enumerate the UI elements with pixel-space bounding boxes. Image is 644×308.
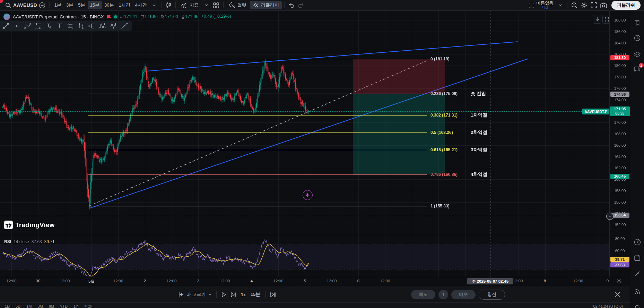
layout-chevron-icon[interactable]: [556, 1, 565, 9]
indicators-chevron-icon[interactable]: [202, 1, 211, 9]
timeframe-chevron-icon[interactable]: [150, 1, 159, 9]
layers-icon[interactable]: [633, 50, 642, 59]
range-button-5D[interactable]: 5D: [16, 304, 20, 308]
short-position-stop-box[interactable]: [353, 59, 445, 94]
fib-level-line-1[interactable]: [88, 206, 427, 206]
scanner-radar-icon[interactable]: [633, 238, 642, 246]
fib-retracement-tool-icon[interactable]: [34, 22, 43, 30]
maximize-pane-button[interactable]: [602, 15, 609, 24]
price-range-tool-icon[interactable]: [66, 22, 75, 30]
annotation-text-3[interactable]: 2차익절: [471, 129, 487, 136]
fib-level-line-0.382[interactable]: [88, 115, 427, 116]
date-range-tool-icon[interactable]: [77, 22, 86, 30]
fib-level-line-0.236[interactable]: [88, 94, 427, 94]
watchlist-icon[interactable]: [633, 19, 642, 28]
time-tick: 2: [144, 279, 146, 283]
close-position-button[interactable]: 청산: [479, 290, 505, 300]
publish-button[interactable]: 퍼블리쉬: [611, 1, 641, 10]
timeframe-1시간[interactable]: 1시간: [116, 1, 132, 9]
tradingview-logo[interactable]: TradingView: [4, 221, 55, 229]
scroll-down-button[interactable]: [593, 15, 601, 24]
fib-level-line-0[interactable]: [88, 59, 427, 59]
chat-icon[interactable]: 2: [633, 65, 642, 74]
replay-interval-button[interactable]: 15분: [251, 291, 260, 298]
jump-to-realtime-button[interactable]: [270, 292, 276, 297]
close-replay-icon[interactable]: [613, 290, 621, 299]
redo-icon[interactable]: [297, 1, 306, 9]
range-button-전체[interactable]: 전체: [84, 304, 92, 308]
range-button-6M[interactable]: 6M: [49, 304, 54, 308]
flag-icon[interactable]: [107, 15, 111, 19]
range-button-3M[interactable]: 3M: [37, 304, 43, 308]
horizontal-line-tool-icon[interactable]: [12, 22, 21, 30]
clock-label[interactable]: 02:41:24 (UTC-0): [593, 304, 623, 308]
object-tree-icon[interactable]: [633, 270, 642, 278]
cypher-pattern-tool-icon[interactable]: c: [109, 22, 118, 30]
replay-play-button[interactable]: [221, 292, 226, 297]
annotation-text-1[interactable]: 숏 진입: [471, 91, 486, 97]
text-tool-icon[interactable]: [55, 22, 64, 30]
timeframe-15분[interactable]: 15분: [88, 1, 102, 9]
price-chart-canvas[interactable]: [0, 11, 609, 277]
indicators-button[interactable]: 지표: [178, 1, 201, 9]
timeframe-1분[interactable]: 1분: [52, 1, 64, 9]
symbol-search-button[interactable]: AAVEUSD: [13, 2, 37, 8]
save-label[interactable]: 저장: [541, 5, 548, 9]
anchored-text-tool-icon[interactable]: [44, 22, 53, 30]
range-button-1Y[interactable]: 1Y: [73, 304, 78, 308]
range-button-1D[interactable]: 1D: [5, 304, 10, 308]
add-alert-plus-icon[interactable]: +: [606, 213, 613, 220]
time-axis[interactable]: 12:003012:005월12:00212:00312:00412:00512…: [0, 277, 630, 286]
rsi-value-label: 37.63: [610, 262, 629, 267]
undo-icon[interactable]: [287, 1, 296, 9]
settings-gear-icon[interactable]: [580, 1, 589, 9]
quantity-button[interactable]: 1: [438, 290, 448, 299]
notifications-bell-icon[interactable]: [633, 303, 642, 308]
timeframe-3분[interactable]: 3분: [64, 1, 76, 9]
fib-level-line-0.5[interactable]: [88, 132, 427, 133]
layout-checkbox[interactable]: [529, 3, 534, 8]
range-button-YTD[interactable]: YTD: [60, 304, 68, 308]
parallel-channel-tool-icon[interactable]: [120, 22, 129, 30]
step-forward-button[interactable]: [231, 292, 236, 297]
replay-button[interactable]: 리플레이: [250, 1, 282, 9]
replay-speed-button[interactable]: 1x: [241, 292, 246, 297]
trend-line-tool-icon[interactable]: [1, 22, 10, 30]
timeframe-5분[interactable]: 5분: [76, 1, 87, 9]
layout-name-button[interactable]: 이름없음 저장: [535, 1, 555, 9]
annotation-text-2[interactable]: 1차익절: [471, 112, 487, 118]
annotation-text-5[interactable]: 4차익절: [471, 171, 487, 178]
quick-search-icon[interactable]: [570, 1, 579, 9]
xabcd-pattern-tool-icon[interactable]: [98, 22, 107, 30]
annotation-text-4[interactable]: 3차익절: [471, 147, 487, 153]
timeframe-4시간[interactable]: 4시간: [133, 1, 149, 9]
streams-icon[interactable]: [633, 287, 642, 296]
rsi-legend[interactable]: RSI 14 close 37.63 39.71: [4, 239, 55, 244]
compare-add-icon[interactable]: [38, 1, 47, 9]
sell-button[interactable]: 매도: [411, 290, 435, 299]
fib-level-line-0.786[interactable]: [88, 174, 427, 175]
polyline-tool-icon[interactable]: [23, 22, 32, 30]
chart-style-candles-icon[interactable]: [164, 1, 173, 9]
replay-label: 리플레이: [261, 2, 279, 8]
market-status-dot[interactable]: [114, 15, 117, 18]
layout-grid-icon[interactable]: [212, 1, 221, 9]
snapshot-camera-icon[interactable]: [599, 1, 608, 9]
symbol-title[interactable]: AAVE/USDT Perpetual Contract · 15 · BING…: [13, 14, 104, 19]
drawing-toolbar: c: [0, 21, 132, 31]
quick-trade-lightning-button[interactable]: [303, 190, 313, 200]
select-bar-button[interactable]: 바 고르기: [179, 291, 211, 298]
price-axis[interactable]: 188.00186.00184.00182.00180.00178.00176.…: [609, 11, 630, 277]
fullscreen-icon[interactable]: [589, 1, 598, 9]
change-value: +0.49 (+0.29%): [201, 14, 231, 20]
buy-button[interactable]: 매수: [451, 290, 476, 299]
economic-calendar-icon[interactable]: [633, 254, 642, 262]
fib-level-line-0.618[interactable]: [88, 150, 427, 150]
alert-button[interactable]: 얼럿: [226, 1, 249, 9]
range-button-1M[interactable]: 1M: [26, 304, 32, 308]
alerts-clock-icon[interactable]: [633, 34, 642, 42]
search-icon[interactable]: [3, 1, 12, 9]
time-axis-settings-gear-icon[interactable]: [616, 279, 622, 284]
long-position-tool-icon[interactable]: [87, 22, 96, 30]
timeframe-30분[interactable]: 30분: [102, 1, 116, 9]
